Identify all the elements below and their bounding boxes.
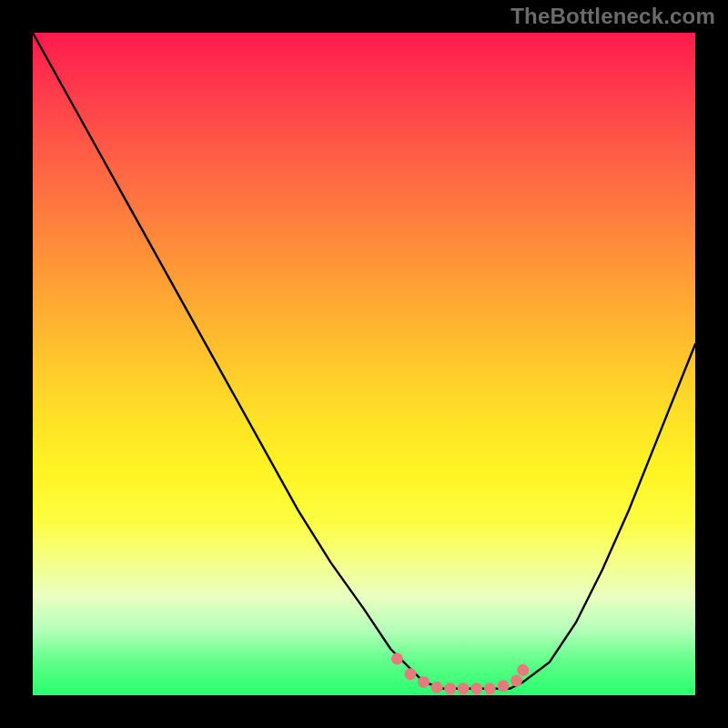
flat-zone-dot <box>484 682 496 694</box>
flat-zone-dot <box>458 682 470 694</box>
flat-zone-dot <box>444 682 456 694</box>
flat-zone-markers <box>391 652 529 694</box>
flat-zone-dot <box>470 682 482 694</box>
flat-zone-dot <box>391 652 403 664</box>
flat-zone-dot <box>511 674 522 686</box>
watermark-text: TheBottleneck.com <box>511 4 715 29</box>
plot-area <box>33 33 695 695</box>
flat-zone-dot <box>431 682 443 693</box>
flat-zone-dot <box>517 664 529 676</box>
flat-zone-dot <box>404 668 416 680</box>
bottleneck-curve <box>33 33 695 695</box>
flat-zone-dot <box>418 676 430 688</box>
curve-path <box>33 33 695 689</box>
flat-zone-dot <box>497 680 509 692</box>
chart-frame: TheBottleneck.com <box>0 0 728 728</box>
